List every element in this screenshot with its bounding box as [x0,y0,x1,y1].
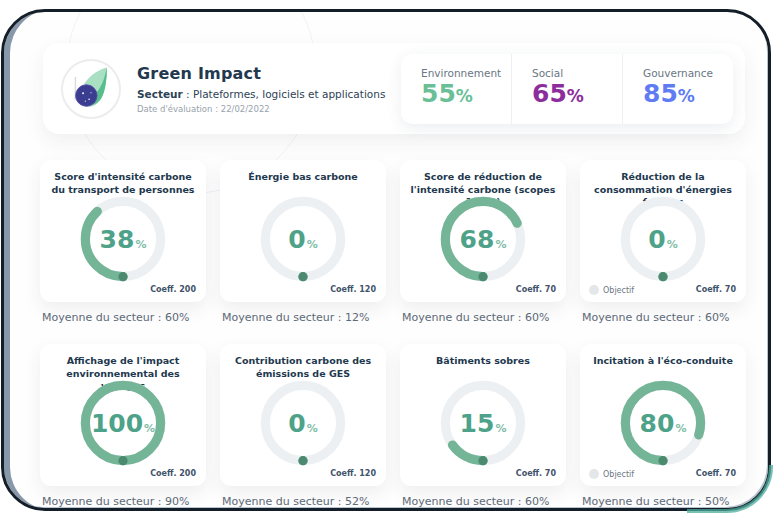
card-title: Score de réduction de l'intensité carbon… [400,160,566,191]
evaluation-date: Date d'évaluation : 22/02/2022 [137,104,385,114]
indicator-cell: Incitation à l'éco-conduite 80% Objectif… [580,344,746,508]
indicator-cell: Contribution carbone des émissions de GE… [220,344,386,508]
coefficient-label: Coeff. 200 [150,285,196,294]
score-social: Social 65% [511,54,622,124]
indicator-card-eco-conduite[interactable]: Incitation à l'éco-conduite 80% Objectif… [580,344,746,486]
indicator-cell: Énergie bas carbone 0% Coeff. 120 Moyenn… [220,160,386,324]
indicator-card-affichage-impact[interactable]: Affichage de l'impact environnemental de… [40,344,206,486]
donut-chart: 0% [257,377,349,469]
sector-average: Moyenne du secteur : 60% [402,495,566,508]
card-title: Bâtiments sobres [400,344,566,375]
donut-chart: 0% [257,193,349,285]
card-title: Énergie bas carbone [220,160,386,191]
indicator-cell: Réduction de la consommation d'énergies … [580,160,746,324]
coefficient-label: Coeff. 120 [330,469,376,478]
sector-line: Secteur : Plateformes, logiciels et appl… [137,88,385,100]
coefficient-label: Coeff. 70 [696,285,736,294]
objective-dot-icon [589,469,599,479]
coefficient-label: Coeff. 200 [150,469,196,478]
donut-chart: 0% [617,193,709,285]
donut-chart: 80% [617,377,709,469]
indicator-cards-grid: Score d'intensité carbone du transport d… [40,160,746,508]
indicator-cell: Bâtiments sobres 15% Coeff. 70 Moyenne d… [400,344,566,508]
page-title: Green Impact [137,64,385,83]
sector-average: Moyenne du secteur : 60% [402,311,566,324]
indicator-cell: Affichage de l'impact environnemental de… [40,344,206,508]
sector-average: Moyenne du secteur : 60% [582,311,746,324]
coefficient-label: Coeff. 70 [696,469,736,478]
green-impact-logo-icon [61,59,121,119]
app-window: Green Impact Secteur : Plateformes, logi… [0,0,778,514]
donut-chart: 100% [77,377,169,469]
indicator-cell: Score d'intensité carbone du transport d… [40,160,206,324]
objective-badge: Objectif [589,285,634,295]
sector-average: Moyenne du secteur : 60% [42,311,206,324]
coefficient-label: Coeff. 120 [330,285,376,294]
company-info: Green Impact Secteur : Plateformes, logi… [137,64,385,114]
device-frame: Green Impact Secteur : Plateformes, logi… [1,9,771,511]
score-gouvernance: Gouvernance 85% [622,54,733,124]
objective-badge: Objectif [589,469,634,479]
indicator-card-batiments-sobres[interactable]: Bâtiments sobres 15% Coeff. 70 [400,344,566,486]
card-title: Score d'intensité carbone du transport d… [40,160,206,191]
coefficient-label: Coeff. 70 [516,285,556,294]
indicator-card-energies-fossiles[interactable]: Réduction de la consommation d'énergies … [580,160,746,302]
sector-label: Secteur [137,88,183,100]
coefficient-label: Coeff. 70 [516,469,556,478]
sector-average: Moyenne du secteur : 90% [42,495,206,508]
card-title: Contribution carbone des émissions de GE… [220,344,386,375]
card-title: Réduction de la consommation d'énergies … [580,160,746,191]
sector-average: Moyenne du secteur : 12% [222,311,386,324]
sector-value: : Plateformes, logiciels et applications [183,88,386,100]
indicator-card-contribution-ges[interactable]: Contribution carbone des émissions de GE… [220,344,386,486]
indicator-card-reduction-intensite[interactable]: Score de réduction de l'intensité carbon… [400,160,566,302]
donut-chart: 68% [437,193,529,285]
objective-dot-icon [589,285,599,295]
sector-average: Moyenne du secteur : 50% [582,495,746,508]
indicator-card-transport[interactable]: Score d'intensité carbone du transport d… [40,160,206,302]
header-card: Green Impact Secteur : Plateformes, logi… [43,43,745,134]
indicator-card-energie[interactable]: Énergie bas carbone 0% Coeff. 120 [220,160,386,302]
sector-average: Moyenne du secteur : 52% [222,495,386,508]
card-title: Affichage de l'impact environnemental de… [40,344,206,375]
esg-scores-panel: Environnement 55% Social 65% Gouvernance… [401,54,733,124]
indicator-cell: Score de réduction de l'intensité carbon… [400,160,566,324]
donut-chart: 15% [437,377,529,469]
score-environnement: Environnement 55% [401,54,511,124]
card-title: Incitation à l'éco-conduite [580,344,746,375]
donut-chart: 38% [77,193,169,285]
